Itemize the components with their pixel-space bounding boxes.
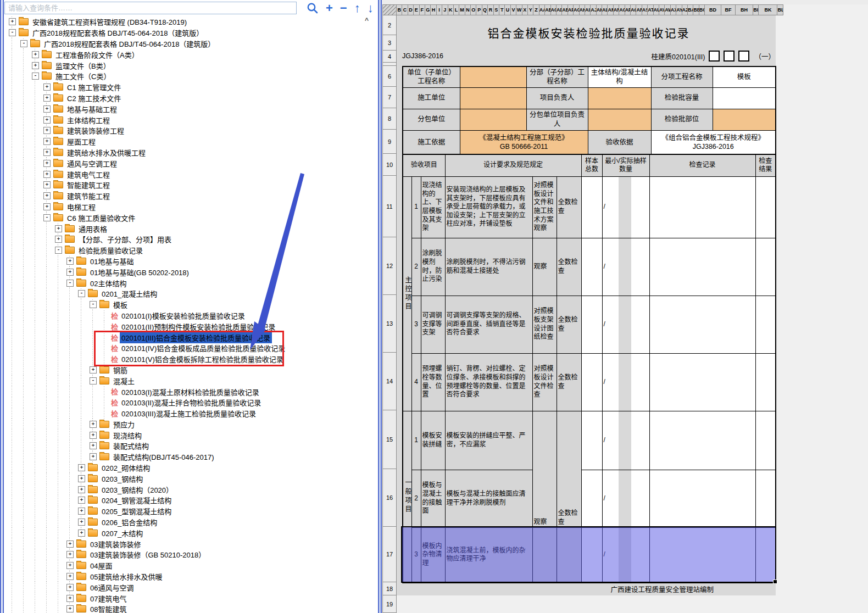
tree-item-label[interactable]: 通风与空调工程: [65, 158, 119, 169]
expand-icon[interactable]: +: [43, 127, 51, 134]
expand-icon[interactable]: +: [66, 269, 74, 276]
column-header-AK[interactable]: AK: [597, 4, 602, 15]
expand-icon[interactable]: +: [43, 138, 51, 145]
tree-item-label[interactable]: 检验批质量验收记录: [77, 244, 144, 256]
column-header-AW[interactable]: AW: [665, 4, 670, 15]
tree-item-label[interactable]: 04屋面: [88, 560, 114, 571]
tree-item[interactable]: +03建筑装饰装修: [7, 538, 377, 549]
tree-item-label[interactable]: 01地基与基础: [88, 255, 135, 267]
tree-item[interactable]: 检020103(II)混凝土拌合物检验批质量验收记录: [7, 397, 377, 408]
tree-item[interactable]: 检020101(IV)铝合金模板成品质量检验批质量验收记录: [7, 343, 377, 354]
tree-item-label[interactable]: 0203_钢结构: [100, 473, 144, 484]
column-header-AL[interactable]: AL: [602, 4, 608, 15]
tree-item-label[interactable]: 020103(II)混凝土拌合物检验批质量验收记录: [120, 397, 263, 408]
contractor-cell[interactable]: [460, 87, 526, 109]
tree-item-label[interactable]: 0202_砌体结构: [100, 462, 152, 473]
item-number[interactable]: 1: [411, 176, 421, 238]
item-check-scope[interactable]: 全数检查: [557, 176, 581, 238]
search-icon[interactable]: [307, 2, 319, 15]
cell-check-result[interactable]: [755, 411, 776, 470]
tree-item[interactable]: +监理文件（B类）: [7, 60, 377, 71]
cell-sample-total[interactable]: [581, 470, 602, 527]
tree-item-label[interactable]: 智能建筑工程: [65, 179, 112, 191]
tree-item[interactable]: +建筑装饰装修工程: [7, 125, 377, 136]
row-header-7[interactable]: 7: [382, 87, 397, 108]
column-header-BF[interactable]: BF: [721, 4, 736, 15]
column-header-AG[interactable]: AG: [574, 4, 579, 15]
tree-item[interactable]: +地基与基础工程: [7, 103, 377, 114]
item-method[interactable]: 对照模板支架设计图纸检查: [532, 296, 557, 353]
tree-item[interactable]: +预应力: [7, 419, 377, 430]
collapse-icon[interactable]: -: [20, 40, 27, 47]
select-all-corner[interactable]: [382, 4, 397, 15]
column-header-Q[interactable]: Q: [482, 4, 488, 15]
item-requirement[interactable]: 模板安装的拼缝应平整、严密，不应漏浆: [445, 411, 532, 470]
row-header-3[interactable]: 3: [382, 35, 397, 51]
tree-item[interactable]: +主体结构工程: [7, 114, 377, 125]
column-header-N[interactable]: N: [465, 4, 471, 15]
column-header-AJ[interactable]: AJ: [591, 4, 596, 15]
item-name[interactable]: 模板与混凝土的接触面: [421, 470, 445, 527]
tree-item[interactable]: +07建筑电气: [7, 593, 377, 604]
column-header-AP[interactable]: AP: [625, 4, 631, 15]
column-header-P[interactable]: P: [476, 4, 482, 15]
tree-item-label[interactable]: 建筑装饰装修工程: [65, 125, 126, 136]
column-header-AQ[interactable]: AQ: [631, 4, 636, 15]
row-header-13[interactable]: 13: [382, 295, 397, 353]
collapse-icon[interactable]: -: [32, 73, 39, 80]
tree-item[interactable]: +01地基与基础: [7, 256, 377, 267]
tree-item[interactable]: +装配式结构: [7, 441, 377, 452]
column-header-I[interactable]: I: [437, 4, 442, 15]
tree-item[interactable]: +装配式结构(DBJ/T45-046-2017): [7, 452, 377, 462]
item-name[interactable]: 涂刷脱模剂时，防止污染: [421, 238, 445, 296]
row-header-8[interactable]: 8: [382, 108, 397, 130]
tree-item[interactable]: -02主体结构: [7, 277, 377, 288]
tree-item-label[interactable]: 建筑节能工程: [65, 190, 112, 202]
tree-item-label[interactable]: 0203_钢结构（2020）: [100, 484, 175, 495]
tree-item-label[interactable]: 装配式结构(DBJ/T45-046-2017): [112, 451, 216, 462]
column-header-BA[interactable]: BA: [688, 4, 693, 15]
cell-sample-total[interactable]: [581, 238, 602, 296]
code-box[interactable]: [709, 51, 720, 62]
tree-item-label[interactable]: 020101(I)模板安装检验批质量验收记录: [120, 310, 247, 321]
collapse-icon[interactable]: -: [43, 214, 51, 221]
column-header-AN[interactable]: AN: [614, 4, 619, 15]
expand-icon[interactable]: +: [66, 258, 74, 265]
tree-item[interactable]: +屋面工程: [7, 136, 377, 147]
cell-sample-total[interactable]: [581, 176, 602, 238]
collapse-icon[interactable]: -: [90, 377, 97, 384]
column-header-AI[interactable]: AI: [585, 4, 591, 15]
expand-icon[interactable]: +: [55, 236, 62, 243]
tree-item[interactable]: 检020101(I)模板安装检验批质量验收记录: [7, 310, 377, 321]
code-box[interactable]: [738, 51, 749, 62]
tree-item[interactable]: +04屋面: [7, 560, 377, 571]
tree-item-label[interactable]: 0207_木结构: [100, 527, 144, 539]
tree-item-label[interactable]: 主体结构工程: [65, 114, 112, 126]
expand-icon[interactable]: +: [90, 442, 97, 449]
expand-icon[interactable]: +: [43, 149, 51, 156]
code-box[interactable]: [724, 51, 735, 62]
cell-sample-total[interactable]: [581, 296, 602, 353]
tree-item[interactable]: -C6 施工质量验收文件: [7, 212, 377, 223]
column-header-AU[interactable]: AU: [654, 4, 659, 15]
move-down-icon[interactable]: ↓: [368, 2, 374, 14]
tree-item-label[interactable]: 08智能建筑: [88, 603, 128, 613]
cell-check-record[interactable]: [649, 176, 755, 238]
tree-item-label[interactable]: 模板: [112, 299, 129, 310]
expand-icon[interactable]: +: [90, 453, 97, 460]
tree-item-label[interactable]: 建筑电气工程: [65, 169, 112, 180]
cell-sampling[interactable]: /: [602, 296, 649, 353]
tree-item[interactable]: +工程准备阶段文件（A类）: [7, 49, 377, 60]
search-input[interactable]: [4, 2, 297, 14]
column-header-U[interactable]: U: [505, 4, 510, 15]
expand-icon[interactable]: +: [66, 584, 74, 591]
acceptance-basis-cell[interactable]: 《组合铝合金模板工程技术规程》 JGJ386-2016: [651, 130, 776, 154]
tree-item-label[interactable]: C2 施工技术文件: [65, 92, 123, 104]
item-check-scope[interactable]: 全数检查: [557, 353, 581, 411]
column-header-AO[interactable]: AO: [619, 4, 625, 15]
cell-check-record[interactable]: [649, 238, 755, 296]
subcontractor-cell[interactable]: [460, 109, 526, 130]
item-number[interactable]: 4: [411, 353, 421, 411]
tree-item-label[interactable]: 020103(I)混凝土原材料检验批质量验收记录: [120, 386, 261, 398]
tree-item-label[interactable]: 03建筑装饰装修（GB 50210-2018）: [88, 549, 207, 560]
